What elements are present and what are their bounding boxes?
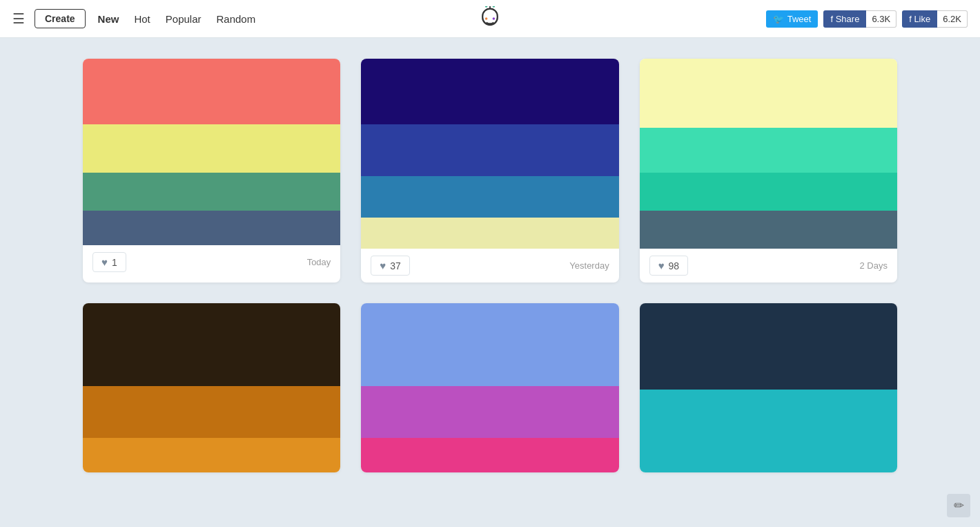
edit-icon[interactable]: ✏ [947, 494, 970, 517]
fb-like-group: f Like 6.2K [902, 10, 968, 28]
swatch[interactable] [640, 303, 897, 390]
fb-like-button[interactable]: f Like [902, 10, 937, 28]
like-count-3: 98 [669, 260, 680, 271]
swatch[interactable] [640, 128, 897, 173]
svg-point-5 [493, 6, 496, 8]
svg-point-4 [485, 6, 488, 8]
heart-icon: ♥ [380, 260, 386, 271]
nav-link-popular[interactable]: Popular [166, 13, 202, 25]
heart-icon: ♥ [658, 260, 665, 271]
svg-rect-0 [482, 9, 498, 25]
palette-footer-2: ♥ 37 Yesterday [361, 249, 618, 282]
navbar: ☰ Create New Hot Popular Random 🐦 Tweet … [0, 0, 980, 38]
fb-share-count: 6.3K [866, 10, 896, 28]
swatch[interactable] [83, 173, 340, 211]
swatch[interactable] [640, 390, 897, 472]
swatch[interactable] [83, 211, 340, 245]
swatch[interactable] [640, 59, 897, 128]
palette-card-4 [83, 303, 340, 472]
nav-right: 🐦 Tweet f Share 6.3K f Like 6.2K [766, 10, 968, 28]
palette-swatches-4 [83, 303, 340, 472]
svg-point-1 [485, 17, 488, 20]
palette-footer-1: ♥ 1 Today [83, 245, 340, 279]
like-button-1[interactable]: ♥ 1 [92, 252, 126, 272]
tweet-label: Tweet [787, 14, 812, 24]
swatch[interactable] [83, 438, 340, 472]
swatch[interactable] [361, 438, 618, 472]
palette-swatches-3 [640, 59, 897, 249]
nav-link-new[interactable]: New [98, 13, 119, 25]
swatch[interactable] [83, 124, 340, 173]
palette-card-5 [361, 303, 618, 472]
heart-icon: ♥ [101, 256, 108, 268]
create-button[interactable]: Create [35, 9, 86, 28]
swatch[interactable] [361, 176, 618, 218]
palette-swatches-1 [83, 59, 340, 245]
like-count-2: 37 [390, 260, 401, 271]
palette-card-2: ♥ 37 Yesterday [361, 59, 618, 282]
swatch[interactable] [83, 303, 340, 386]
like-button-2[interactable]: ♥ 37 [371, 256, 409, 276]
fb-like-count: 6.2K [937, 10, 968, 28]
palette-card-6 [640, 303, 897, 472]
site-logo[interactable] [478, 6, 502, 31]
svg-point-2 [493, 17, 496, 20]
fb-share-button[interactable]: f Share [823, 10, 866, 28]
nav-link-random[interactable]: Random [216, 13, 255, 25]
swatch[interactable] [83, 386, 340, 438]
swatch[interactable] [361, 59, 618, 124]
swatch[interactable] [361, 303, 618, 386]
swatch[interactable] [361, 218, 618, 249]
fb-like-icon: f [909, 14, 912, 24]
palette-footer-3: ♥ 98 2 Days [640, 249, 897, 282]
nav-link-hot[interactable]: Hot [134, 13, 150, 25]
hamburger-icon[interactable]: ☰ [12, 10, 25, 27]
pencil-icon: ✏ [954, 498, 964, 513]
palette-swatches-5 [361, 303, 618, 472]
swatch[interactable] [83, 59, 340, 124]
tweet-button[interactable]: 🐦 Tweet [766, 10, 819, 28]
time-label-2: Yesterday [569, 260, 609, 271]
swatch[interactable] [640, 173, 897, 211]
swatch[interactable] [640, 211, 897, 249]
like-count-1: 1 [112, 257, 117, 268]
fb-share-label: Share [836, 14, 860, 24]
palette-card-1: ♥ 1 Today [83, 59, 340, 282]
fb-icon: f [830, 14, 833, 24]
fb-like-label: Like [914, 14, 930, 24]
palette-swatches-2 [361, 59, 618, 249]
swatch[interactable] [361, 386, 618, 438]
fb-share-group: f Share 6.3K [823, 10, 896, 28]
palette-grid: ♥ 1 Today ♥ 37 Yesterday [41, 38, 939, 493]
palette-card-3: ♥ 98 2 Days [640, 59, 897, 282]
time-label-3: 2 Days [860, 260, 888, 271]
swatch[interactable] [361, 124, 618, 176]
twitter-icon: 🐦 [773, 14, 784, 24]
palette-swatches-6 [640, 303, 897, 472]
nav-links: New Hot Popular Random [98, 13, 256, 25]
like-button-3[interactable]: ♥ 98 [649, 256, 688, 276]
time-label-1: Today [307, 257, 331, 267]
